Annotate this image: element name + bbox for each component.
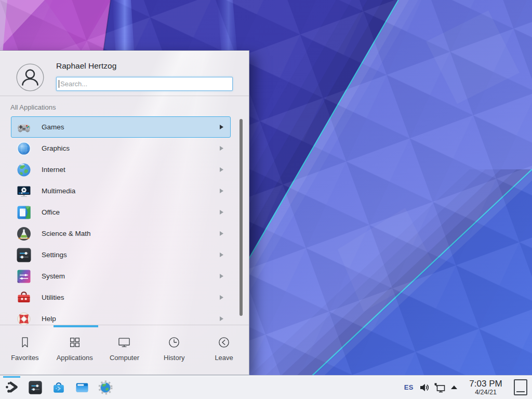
menu-item-label: Utilities [42,294,220,301]
multimedia-icon [16,183,32,200]
application-category-list: Games Graphics [0,116,249,325]
taskbar-launcher-web-browser[interactable] [94,376,117,399]
graphics-icon [16,140,32,157]
volume-icon[interactable] [419,383,430,392]
search-input[interactable] [56,77,233,91]
menu-item-label: System [42,272,220,280]
menu-item-label: Help [42,315,220,323]
tab-label: Computer [110,354,139,362]
menu-item-graphics[interactable]: Graphics [11,138,231,159]
submenu-arrow-icon [220,295,223,300]
menu-item-label: Games [42,123,220,131]
submenu-arrow-icon [220,316,223,321]
menu-item-label: Graphics [42,144,220,152]
user-icon [16,63,44,91]
taskbar-launcher-file-manager[interactable] [70,376,94,399]
clock-time: 7:03 PM [463,379,509,389]
help-icon [16,311,32,325]
show-desktop-button[interactable] [514,379,527,395]
submenu-arrow-icon [220,189,223,193]
menu-item-utilities[interactable]: Utilities [11,287,231,308]
taskbar-launcher-system-settings[interactable] [23,376,47,399]
taskbar-launchers [0,376,117,399]
header-separator [0,96,249,96]
taskbar-launcher-discover[interactable] [47,376,70,399]
scrollbar[interactable] [240,119,243,316]
submenu-arrow-icon [220,231,223,236]
science-math-icon [16,225,32,242]
file-manager-icon [74,380,90,395]
utilities-icon [16,289,32,306]
active-task-indicator [3,376,20,378]
keyboard-layout-indicator[interactable]: ES [404,383,414,391]
applications-icon [68,335,82,350]
digital-clock[interactable]: 7:03 PM 4/24/21 [463,379,509,396]
web-browser-icon [98,380,113,395]
user-name: Raphael Hertzog [56,61,116,71]
menu-item-label: Internet [42,166,220,174]
show-desktop-glyph [516,391,525,392]
menu-item-label: Multimedia [42,187,220,195]
menu-item-label: Office [42,208,220,216]
internet-icon [16,162,32,178]
menu-item-games[interactable]: Games [11,116,231,138]
submenu-arrow-icon [220,146,223,151]
active-tab-indicator [54,325,98,327]
menu-item-label: Science & Math [42,230,220,237]
desktop: Raphael Hertzog All Applications G [0,0,532,399]
clock-date: 4/24/21 [463,389,509,396]
menu-item-label: Settings [42,251,220,259]
tabbar-separator [0,325,249,325]
history-icon [167,335,181,350]
tab-label: Favorites [11,354,38,362]
menu-item-system[interactable]: System [11,265,231,287]
discover-icon [51,380,66,395]
menu-item-help[interactable]: Help [11,308,231,325]
tab-label: History [164,354,184,362]
taskbar: ES 7:03 PM [0,375,532,399]
tab-leave[interactable]: Leave [199,328,249,375]
submenu-arrow-icon [220,210,223,215]
system-tray: ES 7:03 PM [404,376,532,399]
menu-item-multimedia[interactable]: Multimedia [11,180,231,202]
submenu-arrow-icon [220,125,223,129]
tab-applications[interactable]: Applications [50,328,100,375]
application-launcher-icon [4,380,20,395]
tray-expander-icon[interactable] [450,385,458,390]
favorites-icon [18,335,32,350]
tab-label: Applications [57,354,93,362]
submenu-arrow-icon [220,167,223,172]
menu-item-internet[interactable]: Internet [11,159,231,180]
taskbar-launcher-application-launcher[interactable] [0,376,23,399]
user-avatar[interactable] [16,63,44,91]
system-icon [16,268,32,285]
office-icon [16,204,32,221]
submenu-arrow-icon [220,252,223,257]
submenu-arrow-icon [220,274,223,278]
leave-icon [217,335,231,350]
menu-item-science-math[interactable]: Science & Math [11,223,231,244]
tab-label: Leave [215,354,233,362]
tab-computer[interactable]: Computer [100,328,150,375]
settings-icon [16,247,32,263]
section-label-all-applications: All Applications [10,103,56,111]
tab-history[interactable]: History [149,328,199,375]
text-cursor [59,80,59,88]
network-icon[interactable] [434,382,446,393]
menu-item-settings[interactable]: Settings [11,244,231,265]
menu-item-office[interactable]: Office [11,202,231,223]
application-launcher-popup: Raphael Hertzog All Applications G [0,50,249,375]
system-settings-icon [28,380,43,395]
tab-favorites[interactable]: Favorites [0,328,50,375]
computer-icon [117,335,131,350]
games-icon [16,119,32,136]
kickoff-tabbar: Favorites Applications C [0,328,249,375]
